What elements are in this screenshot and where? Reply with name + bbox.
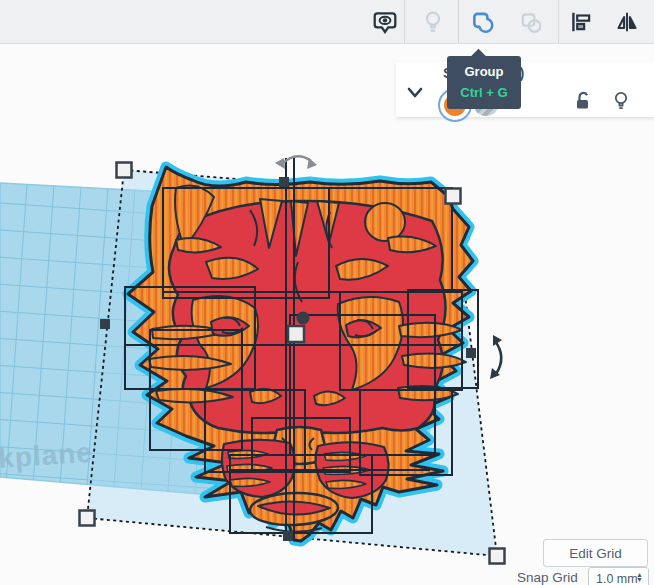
lightbulb-icon xyxy=(420,9,446,35)
shape-properties-panel: Shapes (21) xyxy=(396,62,654,118)
mirror-icon xyxy=(614,9,640,35)
mirror-button[interactable] xyxy=(614,9,640,35)
rotate-handle-right[interactable] xyxy=(490,335,502,379)
ungroup-button[interactable] xyxy=(518,9,544,35)
scale-handle-top[interactable] xyxy=(279,177,289,187)
tooltip-shortcut: Ctrl + G xyxy=(447,85,521,100)
dropdown-spinner-icon: ▲▼ xyxy=(636,572,643,582)
corner-handle-br[interactable] xyxy=(490,549,505,564)
corner-handle-tr[interactable] xyxy=(446,189,461,204)
lock-button[interactable] xyxy=(572,90,594,116)
toolbar-separator xyxy=(458,0,459,43)
unlock-icon xyxy=(572,90,594,112)
group-icon xyxy=(470,9,496,36)
notes-eye-icon xyxy=(372,9,398,35)
align-button[interactable] xyxy=(568,9,594,35)
pivot-dot xyxy=(297,312,310,325)
ungroup-icon xyxy=(518,9,544,36)
snap-grid-value: 1.0 mm xyxy=(596,572,638,585)
chevron-down-icon xyxy=(404,84,426,102)
scale-handle-right[interactable] xyxy=(466,348,476,358)
snap-grid-dropdown[interactable]: 1.0 mm ▲▼ xyxy=(588,567,649,585)
edit-grid-button[interactable]: Edit Grid xyxy=(543,539,648,567)
toolbar xyxy=(0,0,654,44)
toolbar-separator xyxy=(404,0,405,43)
hide-button[interactable] xyxy=(610,90,632,116)
group-tooltip: Group Ctrl + G xyxy=(447,56,521,109)
corner-handle-bl[interactable] xyxy=(80,511,95,526)
lightbulb-icon xyxy=(610,90,632,112)
group-button[interactable] xyxy=(470,9,496,35)
scale-handle-left[interactable] xyxy=(100,319,110,329)
tooltip-title: Group xyxy=(447,64,521,79)
corner-handle-tl[interactable] xyxy=(117,163,132,178)
snap-grid-label: Snap Grid xyxy=(517,570,578,585)
show-all-button[interactable] xyxy=(420,9,446,35)
rotate-handle-top[interactable] xyxy=(275,156,317,169)
notes-button[interactable] xyxy=(372,9,398,35)
scale-handle-bottom[interactable] xyxy=(283,531,293,541)
toolbar-separator xyxy=(558,0,559,43)
collapse-panel-button[interactable] xyxy=(404,84,426,102)
align-icon xyxy=(568,9,594,35)
center-handle[interactable] xyxy=(288,326,304,342)
